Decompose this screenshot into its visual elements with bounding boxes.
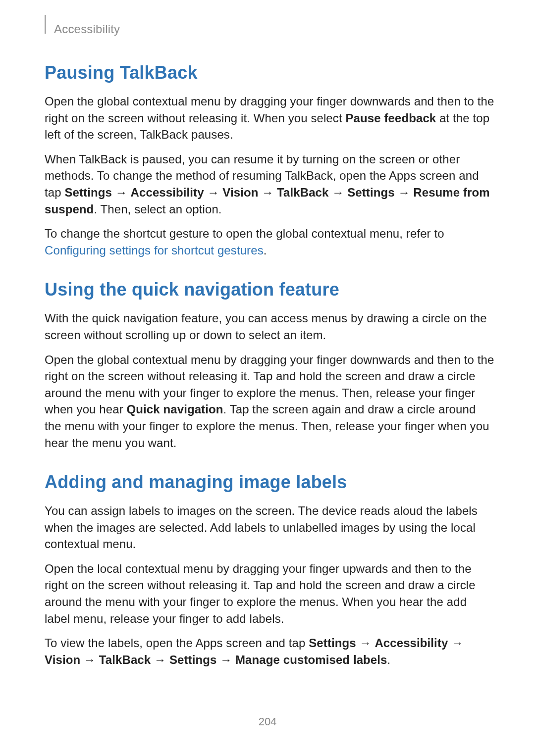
- content-body: Pausing TalkBackOpen the global contextu…: [45, 62, 495, 668]
- cross-reference-link[interactable]: Configuring settings for shortcut gestur…: [45, 244, 264, 257]
- bold-text: Vision: [222, 186, 258, 199]
- bold-text: Settings: [309, 636, 356, 650]
- text-run: With the quick navigation feature, you c…: [45, 311, 487, 342]
- document-page: Accessibility Pausing TalkBackOpen the g…: [0, 0, 535, 668]
- text-run: To view the labels, open the Apps screen…: [45, 636, 309, 650]
- bold-text: Pause feedback: [345, 111, 436, 125]
- paragraph: Open the global contextual menu by dragg…: [45, 93, 495, 143]
- paragraph: Open the global contextual menu by dragg…: [45, 352, 495, 452]
- bold-text: Quick navigation: [127, 403, 223, 416]
- header-divider-icon: [45, 15, 46, 34]
- section-heading: Adding and managing image labels: [45, 472, 495, 493]
- text-run: →: [258, 186, 277, 199]
- paragraph: To view the labels, open the Apps screen…: [45, 635, 495, 668]
- text-run: →: [112, 186, 131, 199]
- bold-text: TalkBack: [277, 186, 328, 199]
- section-heading: Using the quick navigation feature: [45, 279, 495, 300]
- text-run: →: [204, 186, 223, 199]
- text-run: →: [356, 636, 375, 650]
- bold-text: TalkBack: [99, 653, 151, 666]
- page-number: 204: [0, 715, 535, 728]
- paragraph: To change the shortcut gesture to open t…: [45, 225, 495, 258]
- text-run: →: [395, 186, 414, 199]
- bold-text: Accessibility: [131, 186, 204, 199]
- text-run: .: [264, 244, 267, 257]
- bold-text: Vision: [45, 653, 80, 666]
- section-heading: Pausing TalkBack: [45, 62, 495, 83]
- text-run: . Then, select an option.: [94, 202, 221, 216]
- paragraph: Open the local contextual menu by draggi…: [45, 560, 495, 627]
- bold-text: Settings: [169, 653, 216, 666]
- text-run: →: [448, 636, 463, 650]
- paragraph: With the quick navigation feature, you c…: [45, 310, 495, 343]
- text-run: →: [151, 653, 169, 666]
- section-spacer: [45, 266, 495, 279]
- text-run: .: [387, 653, 391, 666]
- paragraph: When TalkBack is paused, you can resume …: [45, 151, 495, 217]
- section-spacer: [45, 459, 495, 472]
- bold-text: Accessibility: [374, 636, 448, 650]
- text-run: To change the shortcut gesture to open t…: [45, 227, 444, 240]
- bold-text: Settings: [347, 186, 394, 199]
- bold-text: Settings: [64, 186, 111, 199]
- text-run: →: [329, 186, 348, 199]
- text-run: Open the local contextual menu by draggi…: [45, 562, 476, 625]
- paragraph: You can assign labels to images on the s…: [45, 503, 495, 553]
- text-run: You can assign labels to images on the s…: [45, 504, 478, 551]
- text-run: →: [80, 653, 99, 666]
- chapter-title: Accessibility: [54, 22, 120, 36]
- page-header: Accessibility: [45, 20, 495, 39]
- text-run: →: [216, 653, 235, 666]
- bold-text: Manage customised labels: [235, 653, 387, 666]
